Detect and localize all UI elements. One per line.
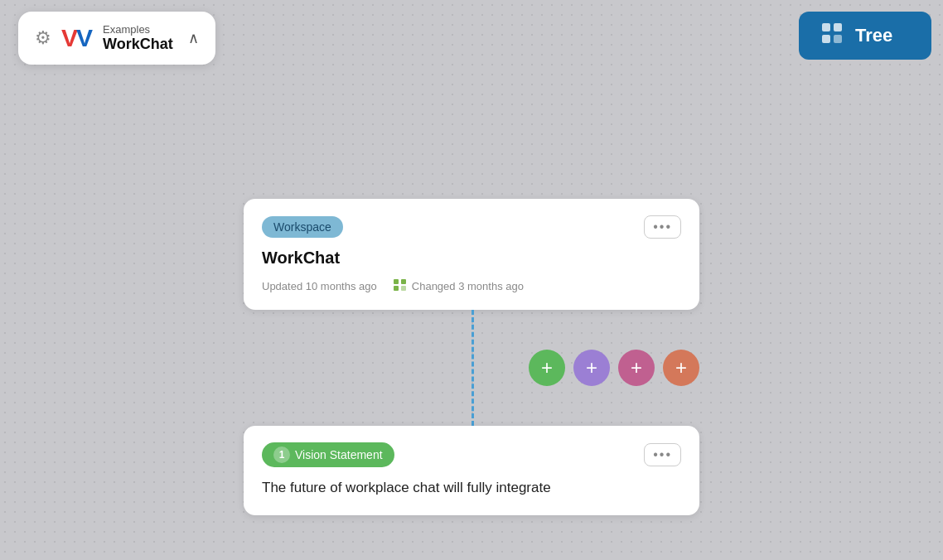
gear-icon[interactable]: ⚙ [35,27,51,49]
logo-right: V [76,26,93,51]
connector-wrapper: + + + + [244,310,699,426]
workspace-updated: Updated 10 months ago [262,280,377,292]
app-logo: V V [61,26,93,51]
app-subtitle: Examples [103,23,173,36]
chevron-up-icon[interactable]: ∧ [188,29,199,47]
connector-line [472,310,474,426]
add-button-green[interactable]: + [529,350,565,386]
vision-card-body: The future of workplace chat will fully … [262,477,681,499]
tree-button-label: Tree [855,25,892,46]
app-header-card: ⚙ V V Examples WorkChat ∧ [18,12,215,65]
add-button-salmon[interactable]: + [663,350,699,386]
cards-area: Workspace ••• WorkChat Updated 10 months… [239,199,704,515]
vision-badge-number: 1 [273,447,290,463]
workspace-card-header: Workspace ••• [262,215,681,239]
vision-badge-label: Vision Statement [295,448,383,461]
svg-rect-1 [834,23,842,31]
add-button-purple[interactable]: + [573,350,610,386]
svg-rect-6 [394,286,399,291]
svg-rect-5 [401,279,406,284]
svg-rect-0 [822,23,830,31]
tree-button[interactable]: Tree [799,12,931,60]
workspace-changed: Changed 3 months ago [394,279,524,293]
add-buttons-row: + + + + [529,350,699,386]
svg-rect-7 [401,286,406,291]
workspace-card-meta: Updated 10 months ago Changed 3 months a… [262,279,681,293]
workspace-badge: Workspace [262,216,343,238]
workspace-changed-text: Changed 3 months ago [412,280,524,292]
svg-rect-4 [394,279,399,284]
svg-rect-2 [822,35,830,43]
tree-mini-icon [394,279,407,293]
app-titles: Examples WorkChat [103,23,173,53]
vision-card-header: 1 Vision Statement ••• [262,442,681,467]
vision-badge: 1 Vision Statement [262,442,394,467]
workspace-card: Workspace ••• WorkChat Updated 10 months… [244,199,699,310]
tree-button-icon [822,23,845,48]
vision-card: 1 Vision Statement ••• The future of wor… [244,426,699,515]
app-title: WorkChat [103,36,173,53]
svg-rect-3 [834,35,842,43]
add-button-pink[interactable]: + [618,350,655,386]
workspace-more-button[interactable]: ••• [644,215,681,239]
vision-more-button[interactable]: ••• [644,443,681,466]
logo-left: V [61,26,78,51]
workspace-card-title: WorkChat [262,249,681,268]
